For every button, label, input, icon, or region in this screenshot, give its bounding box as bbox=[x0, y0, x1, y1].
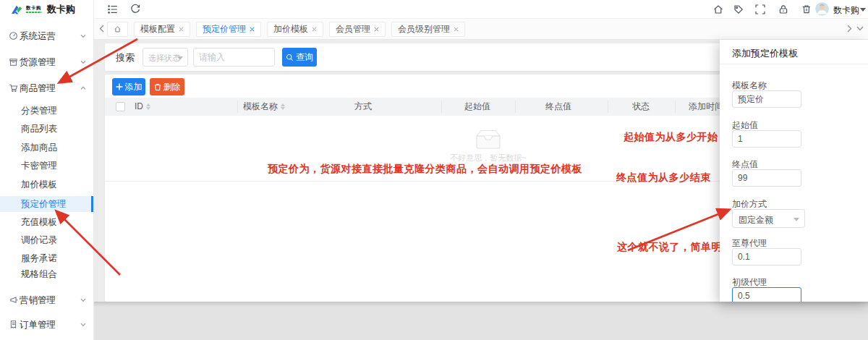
tabbar: 模板配置 预定价管理 加价模板 会员管理 会员级别管理 bbox=[94, 19, 868, 40]
trash-icon[interactable] bbox=[801, 4, 812, 15]
brand-name: 数卡购 bbox=[47, 3, 75, 16]
tabs-scroll-right-icon[interactable] bbox=[847, 25, 852, 33]
app-window: 数卡购 数卡购 系统运营 货源管理 商品管理 分类管理 商品列表 添加商品 卡密… bbox=[0, 0, 868, 340]
junior-agent-input[interactable] bbox=[732, 287, 801, 302]
chevron-down-icon bbox=[80, 34, 86, 38]
column-status: 状态 bbox=[632, 98, 650, 116]
empty-text: 不好意思，暂无数据~ bbox=[445, 153, 532, 163]
add-button[interactable]: 添加 bbox=[112, 78, 145, 95]
megaphone-icon bbox=[9, 295, 18, 305]
topbar: 数卡购 bbox=[94, 0, 868, 19]
column-divider bbox=[675, 101, 676, 113]
brand-logo-icon bbox=[10, 4, 23, 15]
sidebar-item-add-goods[interactable]: 添加商品 bbox=[0, 140, 93, 156]
tab-template-config[interactable]: 模板配置 bbox=[134, 22, 190, 37]
sidebar-item-price-log[interactable]: 调价记录 bbox=[0, 232, 93, 248]
column-method: 方式 bbox=[354, 98, 372, 116]
column-divider bbox=[441, 101, 442, 113]
column-divider bbox=[237, 101, 238, 113]
sidebar-item-card-keys[interactable]: 卡密管理 bbox=[0, 158, 93, 174]
column-divider bbox=[515, 101, 516, 113]
brand-logo-mini: 数卡购 bbox=[26, 6, 41, 13]
sidebar-item-spec-combo[interactable]: 规格组合 bbox=[0, 266, 93, 282]
chevron-down-icon bbox=[80, 298, 86, 302]
caret-down-icon bbox=[177, 56, 183, 60]
close-icon[interactable] bbox=[179, 27, 184, 32]
refresh-icon[interactable] bbox=[129, 4, 141, 15]
annotation-reserved-price-note: 预定价为，货源对接直接批量克隆分类商品，会自动调用预定价模板 bbox=[268, 163, 582, 176]
user-menu[interactable]: 数卡购 bbox=[833, 4, 859, 17]
tabs-scroll-left-icon[interactable] bbox=[99, 25, 104, 33]
gauge-icon bbox=[9, 31, 18, 41]
column-id[interactable]: ID bbox=[135, 98, 150, 116]
close-icon[interactable] bbox=[374, 27, 379, 32]
archive-icon bbox=[9, 57, 18, 67]
tab-home[interactable] bbox=[107, 22, 128, 37]
tab-markup-template[interactable]: 加价模板 bbox=[267, 22, 323, 37]
chevron-up-icon bbox=[80, 86, 86, 90]
delete-button[interactable]: 删除 bbox=[150, 78, 184, 95]
sidebar-item-reserved-price[interactable]: 预定价管理 bbox=[0, 196, 93, 212]
divider bbox=[720, 64, 868, 64]
close-icon[interactable] bbox=[454, 27, 459, 32]
chevron-down-icon bbox=[80, 60, 86, 64]
sort-icon[interactable] bbox=[146, 103, 150, 110]
tab-member-level[interactable]: 会员级别管理 bbox=[391, 22, 465, 37]
sidebar-item-recharge-template[interactable]: 充值模板 bbox=[0, 214, 93, 230]
search-input[interactable] bbox=[193, 48, 275, 67]
tag-icon[interactable] bbox=[733, 4, 744, 15]
empty-box-icon bbox=[471, 128, 506, 150]
sidebar-group-goods[interactable]: 商品管理 bbox=[0, 80, 93, 96]
drawer-title: 添加预定价模板 bbox=[732, 47, 798, 60]
close-icon[interactable] bbox=[250, 27, 255, 32]
trash-icon bbox=[154, 83, 161, 91]
sidebar-group-marketing[interactable]: 营销管理 bbox=[0, 292, 93, 308]
column-add-time: 添加时间 bbox=[689, 98, 723, 116]
sidebar-group-orders[interactable]: 订单管理 bbox=[0, 317, 93, 333]
search-label: 搜索 bbox=[116, 51, 135, 64]
column-template-name[interactable]: 模板名称 bbox=[243, 98, 285, 116]
sidebar-group-system[interactable]: 系统运营 bbox=[0, 28, 93, 44]
brand-logo: 数卡购 数卡购 bbox=[10, 2, 75, 17]
sidebar-item-markup-template[interactable]: 加价模板 bbox=[0, 177, 93, 192]
sidebar: 数卡购 数卡购 系统运营 货源管理 商品管理 分类管理 商品列表 添加商品 卡密… bbox=[0, 0, 94, 340]
annotation-start-value-note: 起始值为从多少开始 bbox=[624, 131, 718, 144]
close-icon[interactable] bbox=[312, 27, 317, 32]
fullscreen-icon[interactable] bbox=[754, 4, 766, 15]
sidebar-group-supply[interactable]: 货源管理 bbox=[0, 54, 93, 70]
caret-down-icon[interactable] bbox=[860, 8, 866, 12]
tab-member-management[interactable]: 会员管理 bbox=[329, 22, 386, 37]
cart-icon bbox=[9, 83, 18, 93]
caret-down-icon bbox=[793, 218, 799, 221]
end-value-input[interactable] bbox=[732, 169, 801, 187]
start-value-input[interactable] bbox=[732, 130, 801, 148]
markup-method-select[interactable]: 固定金额 bbox=[732, 209, 805, 228]
tab-list: 模板配置 预定价管理 加价模板 会员管理 会员级别管理 bbox=[107, 22, 465, 37]
sidebar-item-goods-list[interactable]: 商品列表 bbox=[0, 121, 93, 137]
status-select[interactable]: 选择状态 bbox=[142, 48, 188, 67]
chevron-down-icon bbox=[80, 323, 86, 327]
collapse-menu-icon[interactable] bbox=[107, 4, 119, 15]
sidebar-item-category[interactable]: 分类管理 bbox=[0, 103, 93, 119]
annotation-end-value-note: 终点值为从多少结束 bbox=[616, 171, 711, 184]
home-icon[interactable] bbox=[712, 4, 724, 15]
plus-icon bbox=[116, 83, 123, 90]
template-name-input[interactable] bbox=[732, 90, 801, 108]
sidebar-item-service-promise[interactable]: 服务承诺 bbox=[0, 250, 93, 266]
search-icon bbox=[286, 54, 294, 61]
column-divider bbox=[608, 101, 608, 113]
sort-icon[interactable] bbox=[281, 103, 285, 110]
receipt-icon bbox=[9, 320, 18, 329]
tab-reserved-price[interactable]: 预定价管理 bbox=[196, 22, 261, 37]
user-avatar[interactable] bbox=[815, 2, 829, 16]
select-all-checkbox[interactable] bbox=[116, 102, 125, 111]
column-start-value: 起始值 bbox=[464, 98, 490, 116]
lock-icon[interactable] bbox=[778, 4, 789, 15]
query-button[interactable]: 查询 bbox=[282, 48, 317, 67]
add-template-drawer: 添加预定价模板 模板名称 起始值 终点值 加价方式 固定金额 至尊代理 初级代理 bbox=[720, 40, 868, 302]
supreme-agent-input[interactable] bbox=[732, 248, 801, 265]
active-indicator bbox=[91, 196, 93, 212]
tabs-menu-icon[interactable] bbox=[856, 26, 864, 31]
home-icon bbox=[114, 25, 122, 33]
annotation-simple-note: 这个就不说了，简单明了 bbox=[617, 241, 733, 254]
